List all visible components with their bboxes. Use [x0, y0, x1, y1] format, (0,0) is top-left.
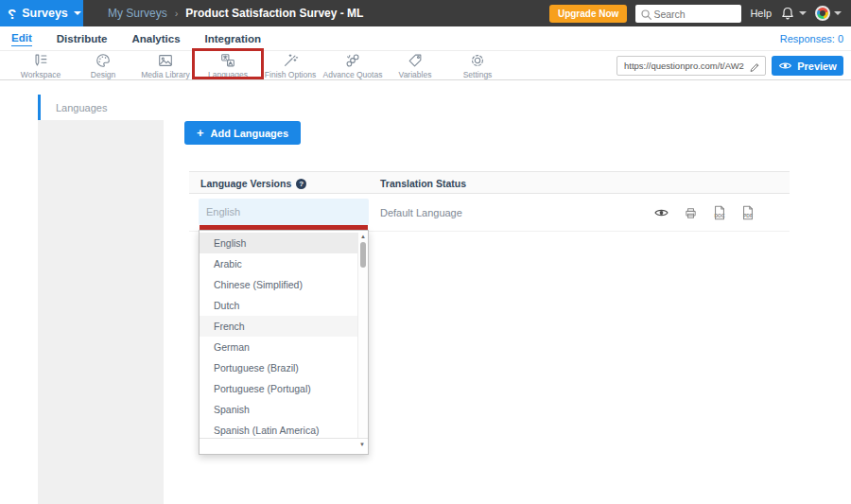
toolbar-label: Finish Options	[265, 70, 316, 79]
help-question-icon[interactable]: ?	[296, 179, 306, 189]
option-spanish[interactable]: Spanish	[200, 399, 368, 420]
option-chinese-simplified[interactable]: Chinese (Simplified)	[200, 274, 368, 295]
toolbar-variables[interactable]: Variables	[384, 51, 446, 79]
help-link[interactable]: Help	[750, 8, 772, 19]
toolbar-workspace[interactable]: Workspace	[9, 51, 72, 79]
toolbar-media-library[interactable]: Media Library	[134, 51, 197, 79]
breadcrumb: My Surveys › Product Satisfaction Survey…	[108, 7, 363, 20]
plus-icon: +	[197, 126, 204, 140]
doc-label: DOC	[712, 213, 727, 218]
translate-icon	[218, 52, 237, 69]
pdf-export-icon[interactable]: PDF	[740, 204, 755, 221]
column-translation-status: Translation Status	[380, 172, 466, 195]
magic-wand-icon	[281, 52, 300, 69]
responses-count[interactable]: Responses: 0	[780, 33, 843, 44]
notifications-menu[interactable]	[780, 6, 807, 21]
add-languages-label: Add Languages	[211, 128, 289, 139]
pencil-icon	[749, 60, 761, 72]
bell-icon	[780, 6, 795, 21]
toolbar-label: Media Library	[141, 70, 190, 79]
option-german[interactable]: German	[200, 337, 368, 357]
content-area: Languages + Add Languages Language Versi…	[0, 80, 851, 504]
survey-url-box[interactable]: https://questionpro.com/t/AW22Zd1S1	[617, 56, 766, 76]
toolbar-label: Variables	[399, 70, 432, 79]
option-dutch[interactable]: Dutch	[200, 295, 368, 316]
scroll-up-icon[interactable]	[358, 233, 368, 241]
image-icon	[156, 52, 175, 69]
breadcrumb-my-surveys[interactable]: My Surveys	[108, 7, 167, 20]
column-label: Language Versions	[200, 178, 291, 189]
option-portuguese-brazil[interactable]: Portuguese (Brazil)	[200, 357, 368, 378]
sidebar-item-label: Languages	[41, 102, 107, 113]
toolbar-label: Advance Quotas	[323, 70, 383, 79]
gear-icon	[468, 52, 487, 69]
survey-url: https://questionpro.com/t/AW22Zd1S1	[617, 61, 744, 71]
search-icon	[639, 8, 653, 22]
scroll-down-icon[interactable]	[359, 442, 365, 447]
table-header: Language Versions ? Translation Status	[189, 171, 790, 194]
sidebar-item-languages[interactable]: Languages	[38, 95, 164, 120]
palette-icon	[94, 52, 113, 69]
questionpro-logo-icon: ?	[8, 6, 16, 22]
tag-icon	[406, 52, 425, 69]
option-french[interactable]: French	[200, 316, 368, 337]
column-label: Translation Status	[380, 178, 466, 189]
translation-status-value: Default Language	[380, 194, 462, 232]
edit-toolbar: Workspace Design Media Library Languages…	[0, 51, 851, 80]
chevron-down-icon	[74, 11, 81, 15]
preview-button[interactable]: Preview	[772, 56, 843, 76]
toolbar-advance-quotas[interactable]: Advance Quotas	[321, 51, 384, 79]
page-title: Product Satisfaction Survey - ML	[185, 7, 363, 20]
toolbar-design[interactable]: Design	[72, 51, 134, 79]
toolbar-settings[interactable]: Settings	[446, 51, 509, 79]
preview-eye-icon[interactable]	[653, 207, 669, 218]
nav-edit[interactable]: Edit	[11, 30, 32, 46]
nav-analytics[interactable]: Analytics	[131, 31, 180, 46]
topbar-right: Upgrade Now Help	[549, 5, 851, 23]
dropdown-scrollbar[interactable]	[357, 233, 368, 438]
option-arabic[interactable]: Arabic	[200, 253, 368, 274]
column-language-versions: Language Versions ?	[200, 172, 306, 195]
breadcrumb-separator: ›	[175, 8, 179, 19]
toolbar-label: Workspace	[21, 70, 61, 79]
toolbar-label: Settings	[463, 70, 493, 79]
preview-label: Preview	[797, 61, 837, 72]
dropdown-footer	[200, 438, 368, 454]
toolbar-languages[interactable]: Languages	[197, 51, 259, 79]
pdf-label: PDF	[740, 213, 755, 218]
languages-table: Language Versions ? Translation Status D…	[189, 171, 790, 232]
topbar: ? Surveys My Surveys › Product Satisfact…	[0, 0, 851, 26]
survey-nav: Edit Distribute Analytics Integration Re…	[0, 26, 851, 51]
nav-integration[interactable]: Integration	[205, 31, 261, 46]
print-icon[interactable]	[683, 205, 699, 221]
sidebar-panel	[38, 120, 164, 504]
add-languages-button[interactable]: + Add Languages	[184, 121, 301, 145]
chain-links-icon	[343, 52, 362, 69]
toolbar-finish-options[interactable]: Finish Options	[259, 51, 321, 79]
option-portuguese-portugal[interactable]: Portuguese (Portugal)	[200, 378, 368, 399]
nav-distribute[interactable]: Distribute	[57, 31, 108, 46]
app-window: ? Surveys My Surveys › Product Satisfact…	[0, 0, 851, 504]
language-dropdown: English Arabic Chinese (Simplified) Dutc…	[199, 230, 369, 455]
scrollbar-thumb[interactable]	[360, 242, 366, 268]
avatar	[815, 6, 830, 21]
workspace-icon	[31, 52, 50, 69]
product-switcher[interactable]: ? Surveys	[0, 0, 83, 26]
row-actions: DOC PDF	[653, 194, 755, 232]
chevron-down-icon	[799, 11, 807, 15]
eye-icon	[778, 61, 792, 71]
account-menu[interactable]	[815, 6, 842, 21]
global-search	[635, 5, 741, 23]
chevron-down-icon	[834, 11, 842, 15]
doc-export-icon[interactable]: DOC	[712, 204, 727, 221]
language-select-input[interactable]	[199, 199, 369, 225]
upgrade-now-button[interactable]: Upgrade Now	[549, 5, 627, 23]
language-options-list: English Arabic Chinese (Simplified) Dutc…	[200, 233, 368, 438]
edit-url-button[interactable]	[744, 60, 765, 72]
option-english[interactable]: English	[200, 233, 368, 253]
toolbar-label: Design	[91, 70, 115, 79]
product-label: Surveys	[22, 7, 68, 20]
toolbar-label: Languages	[208, 70, 248, 79]
